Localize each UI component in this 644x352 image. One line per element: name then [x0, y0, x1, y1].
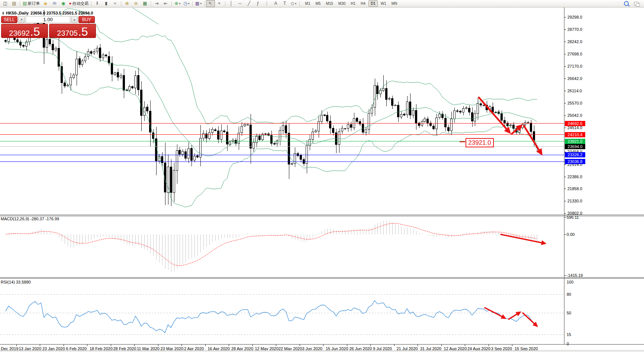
date-tick-mark: [205, 345, 206, 346]
buy-price-dec: .5: [78, 26, 88, 37]
ohlc-values: 23656.0 23753.5 23501.5 23694.0: [30, 11, 93, 15]
search-icon[interactable]: [624, 1, 629, 6]
crosshair-icon[interactable]: +: [215, 0, 224, 7]
period-icon[interactable]: ◷▾: [182, 0, 191, 7]
cursor-icon: ↖: [209, 1, 212, 6]
buy-button[interactable]: BUY: [78, 16, 95, 23]
one-click-trading-panel: SELL ▼ ▲ BUY 23692 .5 23705 .5: [1, 16, 96, 38]
chevron-down-icon: ▾: [200, 2, 202, 5]
window-bottom-strip: [0, 350, 644, 352]
toolbar-separator: [20, 1, 20, 6]
date-tick-mark: [87, 345, 87, 346]
vertical-line-icon: │: [230, 1, 233, 6]
signal-icon: ◉: [61, 1, 65, 6]
timeframe-m5[interactable]: M5: [313, 0, 323, 7]
toolbar: ◫▧▤新订单◈✉◉●自动交易‖▮≈⊕⊖▦⇥⇤⊕▾◷▾▩▾↖+│─╱ƒ⋮AT◇▾ …: [0, 0, 644, 7]
date-tick-mark: [323, 345, 323, 346]
macd-panel: [6, 221, 537, 272]
candles: [5, 10, 538, 207]
date-tick-mark: [347, 345, 347, 346]
toolbar-separator: [121, 1, 122, 6]
date-tick-mark: [252, 345, 253, 346]
zoom-in-icon[interactable]: ⊕: [123, 0, 132, 7]
template-icon[interactable]: ▩▾: [194, 0, 203, 7]
fibo-icon[interactable]: ƒ: [254, 0, 263, 7]
timeframe-m30[interactable]: M30: [336, 0, 348, 7]
autotrading-button-label: 自动交易: [73, 1, 89, 6]
timeframe-w1[interactable]: W1: [379, 0, 389, 7]
price-annotation-label[interactable]: 23921.0: [466, 138, 494, 147]
chevron-down-icon: ▾: [295, 2, 296, 5]
horizontal-line-icon[interactable]: ─: [236, 0, 245, 7]
text-icon: A: [274, 1, 277, 6]
tile-windows-icon: ▦: [143, 1, 147, 6]
chart-canvas[interactable]: [0, 0, 644, 352]
history-center-icon: ◈: [44, 1, 47, 6]
chart-window-icon[interactable]: ◫: [1, 0, 10, 7]
tile-windows-icon[interactable]: ▦: [141, 0, 149, 7]
autotrading-button: ●: [69, 1, 71, 6]
toolbar-right: [624, 1, 643, 6]
shapes-icon[interactable]: ◇▾: [289, 0, 298, 7]
chart-search-icon[interactable]: ▧: [10, 0, 19, 7]
macd-label: MACD(12,26,9) -280.37 -176.99: [1, 217, 59, 221]
sell-button[interactable]: SELL: [1, 16, 17, 23]
fibo-fan-icon[interactable]: ⋮: [263, 0, 271, 7]
chart-shift-icon: ⇤: [164, 1, 168, 6]
bar-chart-icon[interactable]: ‖: [93, 0, 102, 7]
signal-icon[interactable]: ◉: [59, 0, 68, 7]
toolbar-separator: [91, 1, 92, 6]
date-tick-mark: [276, 345, 276, 346]
toolbar-separator: [171, 1, 172, 6]
candlestick-chart-icon[interactable]: ▮: [102, 0, 111, 7]
volume-input[interactable]: [26, 16, 70, 23]
new-order-button[interactable]: ▤新订单: [22, 0, 41, 7]
trendline-green[interactable]: [133, 8, 158, 24]
buy-price-display[interactable]: 23705 .5: [49, 24, 96, 38]
history-center-icon[interactable]: ◈: [41, 0, 50, 7]
line-chart-icon[interactable]: ≈: [111, 0, 120, 7]
date-tick-mark: [394, 345, 395, 346]
label-icon[interactable]: T: [280, 0, 289, 7]
template-icon: ▩: [195, 1, 199, 6]
add-indicator-icon[interactable]: ⊕▾: [173, 0, 182, 7]
zoom-out-icon: ⊖: [134, 1, 138, 6]
candlestick-chart-icon: ▮: [105, 1, 107, 6]
zoom-out-icon[interactable]: ⊖: [132, 0, 141, 7]
timeframe-d1[interactable]: D1: [368, 0, 378, 7]
chart-shift-icon[interactable]: ⇤: [161, 0, 170, 7]
zoom-in-icon: ⊕: [125, 1, 129, 6]
auto-scroll-icon[interactable]: ⇥: [152, 0, 161, 7]
cursor-icon[interactable]: ↖: [206, 0, 215, 7]
price-chart[interactable]: [5, 9, 538, 207]
crosshair-icon: +: [218, 1, 220, 6]
trend-arrow[interactable]: [523, 313, 534, 323]
timeframe-h4[interactable]: H4: [358, 0, 368, 7]
toolbar-separator: [204, 1, 205, 6]
label-icon: T: [283, 1, 286, 6]
volume-down-spinner[interactable]: ▼: [18, 16, 25, 23]
shapes-icon: ◇: [291, 1, 294, 6]
autotrading-button[interactable]: ●自动交易: [68, 0, 90, 7]
timeframe-h1[interactable]: H1: [348, 0, 358, 7]
timeframe-bar: M1M5M15M30H1H4D1W1MN: [303, 0, 400, 7]
new-order-button: ▤: [23, 1, 27, 6]
text-icon[interactable]: A: [271, 0, 280, 7]
date-tick-mark: [64, 345, 64, 346]
chat-icon[interactable]: [634, 2, 639, 6]
trend-arrow[interactable]: [509, 314, 517, 319]
trend-arrow[interactable]: [485, 308, 502, 317]
trendline-icon[interactable]: ╱: [245, 0, 254, 7]
fibo-icon: ƒ: [257, 1, 259, 6]
timeframe-m15[interactable]: M15: [323, 0, 335, 7]
toolbar-separator: [299, 1, 300, 6]
trend-arrowhead: [541, 240, 547, 245]
timeframe-m1[interactable]: M1: [303, 0, 313, 7]
rsi-line: [6, 301, 537, 333]
vertical-line-icon[interactable]: │: [227, 0, 236, 7]
volume-up-spinner[interactable]: ▲: [71, 16, 78, 23]
timeframe-mn[interactable]: MN: [389, 0, 400, 7]
mailbox-icon[interactable]: ✉: [50, 0, 59, 7]
sell-price-display[interactable]: 23692 .5: [1, 24, 48, 38]
date-tick-mark: [111, 345, 111, 346]
